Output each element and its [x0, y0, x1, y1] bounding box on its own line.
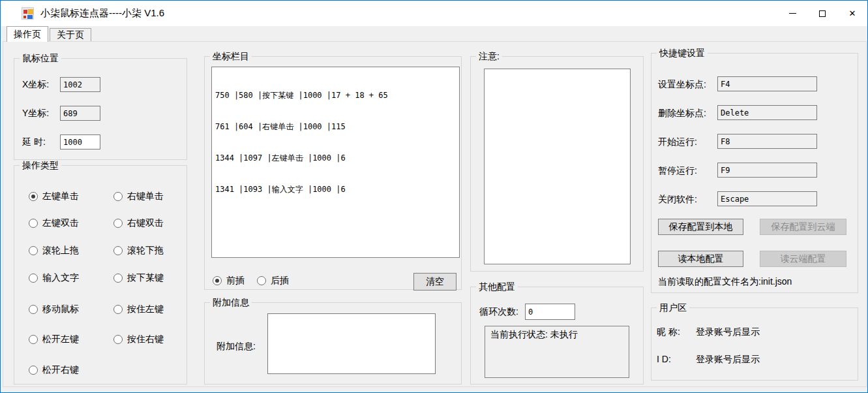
minimize-icon	[789, 13, 796, 14]
radio-label: 按住左键	[127, 304, 164, 315]
notice-box[interactable]	[484, 69, 631, 264]
pause-run-hotkey-field[interactable]	[717, 163, 817, 178]
close-button[interactable]: ✕	[837, 1, 867, 26]
radio-wheel-up[interactable]: 滚轮上拖	[29, 245, 79, 256]
group-other-config-title: 其他配置	[476, 281, 518, 292]
radio-label: 按下某键	[127, 272, 164, 284]
radio-label: 滚轮下拖	[127, 245, 164, 257]
app-window: 小柒鼠标连点器----小柒 V1.6 ✕ 操作页 关于页 鼠标位置 X坐标: Y…	[0, 0, 868, 393]
x-coordinate-label: X坐标:	[22, 79, 49, 91]
radio-label: 滚轮上拖	[42, 245, 79, 257]
delay-label: 延 时:	[22, 136, 46, 148]
radio-press-key[interactable]: 按下某键	[113, 273, 164, 283]
radio-label: 输入文字	[42, 272, 79, 284]
radio-icon	[113, 305, 123, 314]
group-other-config: 其他配置 循环次数: 当前执行状态: 未执行	[470, 287, 644, 385]
extra-info-textarea[interactable]	[267, 313, 436, 374]
radio-release-right-button[interactable]: 松开右键	[29, 365, 79, 375]
radio-hold-left-button[interactable]: 按住左键	[113, 304, 164, 315]
nickname-value: 登录账号后显示	[696, 326, 760, 338]
app-icon	[22, 7, 34, 20]
radio-label: 右键双击	[127, 217, 164, 229]
maximize-button[interactable]	[807, 1, 837, 26]
radio-label: 移动鼠标	[42, 304, 79, 315]
radio-label: 按住右键	[127, 334, 164, 345]
group-notice-title: 注意:	[476, 51, 502, 62]
group-user-area: 用户区 昵 称: 登录账号后显示 I D: 登录账号后显示	[651, 307, 858, 381]
radio-right-single-click[interactable]: 右键单击	[113, 191, 164, 202]
loop-count-label: 循环次数:	[479, 306, 518, 318]
id-label: I D:	[657, 354, 671, 364]
list-item[interactable]: 1341 |1093 |输入文字 |1000 |6	[215, 184, 456, 195]
read-cloud-config-button[interactable]: 读云端配置	[760, 251, 846, 267]
read-local-config-button[interactable]: 读本地配置	[658, 251, 743, 267]
delete-point-hotkey-field[interactable]	[717, 105, 817, 120]
radio-left-single-click[interactable]: 左键单击	[29, 191, 79, 202]
radio-insert-back[interactable]: 后插	[257, 275, 289, 286]
list-item[interactable]: 750 |580 |按下某键 |1000 |17 + 18 + 65	[215, 90, 456, 101]
y-coordinate-label: Y坐标:	[22, 108, 49, 119]
minimize-button[interactable]	[777, 1, 807, 26]
radio-icon	[29, 366, 38, 375]
tab-about[interactable]: 关于页	[50, 28, 91, 42]
set-point-hotkey-label: 设置坐标点:	[658, 79, 706, 91]
radio-left-double-click[interactable]: 左键双击	[29, 218, 79, 228]
group-hotkeys-title: 快捷键设置	[657, 48, 708, 59]
radio-input-text[interactable]: 输入文字	[29, 273, 79, 283]
y-coordinate-field[interactable]	[60, 106, 100, 121]
delay-field[interactable]	[60, 134, 100, 149]
list-item[interactable]: 1344 |1097 |左键单击 |1000 |6	[215, 153, 456, 163]
start-run-hotkey-label: 开始运行:	[658, 136, 697, 148]
radio-label: 左键单击	[42, 191, 79, 202]
delete-point-hotkey-label: 删除坐标点:	[658, 108, 706, 119]
radio-icon	[213, 276, 222, 285]
close-app-hotkey-field[interactable]	[717, 191, 817, 206]
titlebar: 小柒鼠标连点器----小柒 V1.6 ✕	[1, 1, 867, 26]
radio-insert-front[interactable]: 前插	[213, 275, 245, 286]
execution-status-box: 当前执行状态: 未执行	[485, 326, 629, 378]
list-item[interactable]: 761 |604 |右键单击 |1000 |115	[215, 121, 456, 132]
group-extra-info-title: 附加信息	[210, 297, 252, 308]
radio-icon	[29, 219, 38, 228]
nickname-label: 昵 称:	[657, 326, 680, 338]
radio-right-double-click[interactable]: 右键双击	[113, 218, 164, 228]
extra-info-label: 附加信息:	[217, 341, 256, 353]
coordinate-listbox[interactable]: 750 |580 |按下某键 |1000 |17 + 18 + 65 761 |…	[211, 67, 460, 258]
radio-release-left-button[interactable]: 松开左键	[29, 334, 79, 345]
radio-icon	[29, 192, 38, 201]
radio-hold-right-button[interactable]: 按住右键	[113, 334, 164, 345]
id-value: 登录账号后显示	[696, 354, 760, 366]
loop-count-field[interactable]	[525, 304, 575, 320]
radio-label: 右键单击	[127, 191, 164, 202]
pause-run-hotkey-label: 暂停运行:	[658, 165, 697, 177]
radio-move-mouse[interactable]: 移动鼠标	[29, 304, 79, 315]
group-mouse-position: 鼠标位置 X坐标: Y坐标: 延 时:	[14, 58, 187, 160]
x-coordinate-field[interactable]	[60, 77, 100, 92]
group-mouse-position-title: 鼠标位置	[20, 53, 61, 64]
radio-wheel-down[interactable]: 滚轮下拖	[113, 245, 164, 256]
tabstrip: 操作页 关于页	[1, 26, 867, 42]
radio-icon	[29, 305, 38, 314]
radio-icon	[113, 219, 123, 228]
radio-label: 后插	[271, 275, 289, 287]
group-user-area-title: 用户区	[657, 302, 689, 313]
radio-icon	[257, 276, 266, 285]
start-run-hotkey-field[interactable]	[717, 134, 817, 149]
radio-label: 前插	[226, 275, 245, 287]
radio-label: 左键双击	[42, 217, 79, 229]
tab-operation[interactable]: 操作页	[7, 26, 48, 42]
save-local-config-button[interactable]: 保存配置到本地	[658, 219, 743, 235]
window-title: 小柒鼠标连点器----小柒 V1.6	[40, 7, 164, 20]
save-cloud-config-button[interactable]: 保存配置到云端	[760, 219, 846, 235]
set-point-hotkey-field[interactable]	[717, 76, 817, 91]
radio-icon	[113, 246, 123, 255]
group-coordinate-list-title: 坐标栏目	[210, 51, 252, 62]
close-app-hotkey-label: 关闭软件:	[658, 194, 697, 206]
radio-icon	[113, 335, 123, 344]
radio-icon	[113, 274, 123, 283]
group-notice: 注意:	[470, 56, 644, 272]
group-operation-type: 操作类型 左键单击 右键单击 左键双击 右键双击 滚轮上拖 滚轮下拖 输入文字 …	[14, 165, 187, 385]
group-coordinate-list: 坐标栏目 750 |580 |按下某键 |1000 |17 + 18 + 65 …	[204, 56, 462, 290]
clear-button[interactable]: 清空	[413, 273, 456, 291]
config-file-text: 当前读取的配置文件名为:init.json	[658, 276, 792, 288]
